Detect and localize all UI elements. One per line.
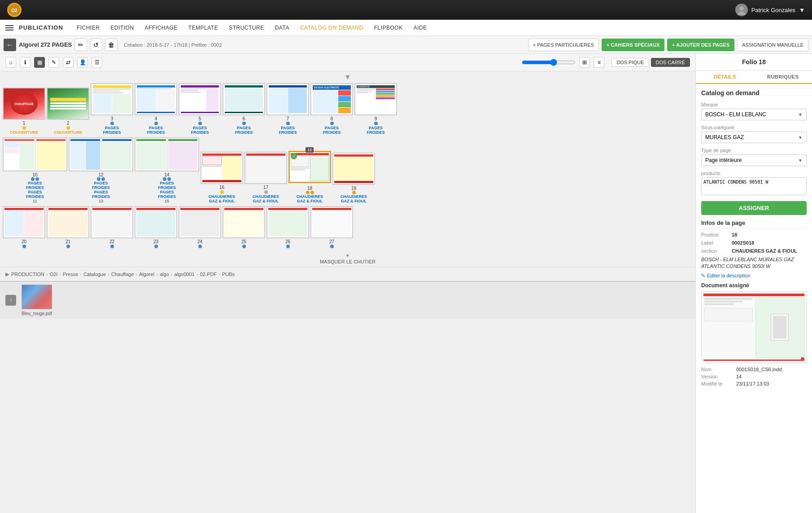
marque-select[interactable]: BOSCH - ELM LEBLANC ▼ <box>701 109 807 120</box>
page-cell-27[interactable]: 27 <box>310 206 353 249</box>
page-cell-17[interactable]: 17 CHAUDIERES GAZ & FIOUL <box>244 152 287 203</box>
page-cell-14[interactable]: 14 PAGES FROIDES PAGES FROIDES 15 <box>135 137 199 203</box>
pages-particulieres-button[interactable]: + PAGES PARTICULIÈRES <box>528 39 599 51</box>
page-cell-22[interactable]: 22 <box>91 206 133 249</box>
edit-desc-link[interactable]: ✎ Editer la description <box>701 273 807 279</box>
menu-item-aide[interactable]: AIDE <box>409 22 432 34</box>
doc-version-row: Version 14 <box>701 374 807 379</box>
bc-algorel[interactable]: Algorel <box>139 272 154 277</box>
section-row: section CHAUDIERES GAZ & FIOUL <box>701 248 807 254</box>
doc-name-val: 0001S018_CS6.indd <box>736 367 782 372</box>
type-page-select[interactable]: Page intérieure ▼ <box>701 154 807 166</box>
cahiers-speciaux-button[interactable]: + CAHIERS SPÉCIAUX <box>602 39 664 51</box>
bc-catalogue[interactable]: Catalogue <box>83 272 106 277</box>
user-info[interactable]: Patrick Gonzales ▼ <box>735 4 805 16</box>
page-cell-3[interactable]: 3 PAGES FROIDES <box>91 83 133 135</box>
dos-carre-btn[interactable]: DOS CARRÉ <box>651 58 690 67</box>
bc-o2i[interactable]: O2I <box>50 272 58 277</box>
info-view-icon[interactable]: ℹ <box>20 57 31 68</box>
page-cell-7[interactable]: 7 PAGES FROIDES <box>266 83 309 135</box>
page-cell-6[interactable]: 6 PAGES FROIDES <box>223 83 265 135</box>
collapse-arrow[interactable]: ▼ <box>0 73 695 81</box>
assignation-manuelle-button[interactable]: ASSIGNATION MANUELLE <box>737 39 808 51</box>
grid-icon-btn[interactable]: ⊞ <box>579 57 590 68</box>
breadcrumb-arrow[interactable]: ▶ <box>5 271 9 277</box>
page-cell-26[interactable]: 26 <box>266 206 309 249</box>
menu-item-flipbook[interactable]: FLIPBOOK <box>370 22 407 34</box>
bc-algo0001[interactable]: algo0001 <box>174 272 194 277</box>
sync-view-icon[interactable]: ⇄ <box>63 57 74 68</box>
page-num-8: 8 <box>331 116 333 121</box>
bc-algo[interactable]: algo <box>160 272 169 277</box>
ajouter-pages-button[interactable]: + AJOUTER DES PAGES <box>667 39 734 51</box>
page-label-16: CHAUDIERES GAZ & FIOUL <box>209 194 236 203</box>
page-num-18: 18 <box>307 186 312 191</box>
page-cell-9[interactable]: SOMMAIRE <box>354 83 397 135</box>
tab-rubriques[interactable]: RUBRIQUES <box>754 70 812 83</box>
page-cell-8[interactable]: EN 2018: ELECTRICITÉ <box>310 83 353 135</box>
assigner-button[interactable]: ASSIGNER <box>701 201 807 215</box>
bc-chauffage[interactable]: Chauffage <box>111 272 134 277</box>
bc-presse[interactable]: Presse <box>63 272 78 277</box>
page-cell-10[interactable]: 10 PAGES FROIDES PAGES FROIDES 11 <box>3 137 67 203</box>
menu-item-data[interactable]: DATA <box>271 22 294 34</box>
grid-view-icon[interactable]: ▦ <box>34 57 45 68</box>
menu-item-edition[interactable]: EDITION <box>106 22 138 34</box>
menu-item-template[interactable]: TEMPLATE <box>184 22 223 34</box>
menu-item-structure[interactable]: STRUCTURE <box>224 22 269 34</box>
page-cell-12[interactable]: 12 PAGES FROIDES PAGES FROIDES 13 <box>69 137 133 203</box>
dos-pique-btn[interactable]: DOS PIQUÉ <box>611 58 649 67</box>
menu-item-fichier[interactable]: FICHIER <box>72 22 105 34</box>
bc-02pdf[interactable]: 02-PDF <box>200 272 217 277</box>
assign-view-icon[interactable]: 👤 <box>77 57 88 68</box>
page-cell-19[interactable]: 19 CHAUDIERES GAZ & FIOUL <box>332 153 375 203</box>
tab-details[interactable]: DÉTAILS <box>696 70 754 84</box>
hamburger-icon[interactable] <box>5 25 13 31</box>
page-cell-1[interactable]: CHAUFFAGE 1 COUVERTURE <box>3 88 45 135</box>
zoom-slider[interactable] <box>522 59 576 66</box>
bc-pubs[interactable]: PUBs <box>222 272 235 277</box>
edit-view-icon[interactable]: ✎ <box>48 57 59 68</box>
home-view-icon[interactable]: ⌂ <box>5 57 16 68</box>
page-num-6: 6 <box>243 116 245 121</box>
page-cell-4[interactable]: 4 PAGES FROIDES <box>135 83 177 135</box>
doc-name-key: Nom <box>701 367 733 372</box>
menu-item-affichage[interactable]: AFFICHAGE <box>140 22 182 34</box>
back-button[interactable]: ← <box>4 39 16 51</box>
position-key: Position <box>701 232 728 237</box>
edit-icon-btn[interactable]: ✏ <box>74 39 87 51</box>
menu-item-catalog[interactable]: CATALOG ON DEMAND <box>296 22 368 34</box>
page-cell-23[interactable]: 23 <box>135 206 177 249</box>
page-cell-2[interactable]: 2 COUVERTURE <box>47 88 89 135</box>
page-cell-24[interactable]: 24 <box>179 206 221 249</box>
doc-modified-row: Modifié le 23/11/17 13:03 <box>701 381 807 386</box>
type-page-value: Page intérieure <box>705 157 742 163</box>
dropdown-arrow[interactable]: ▼ <box>799 7 805 13</box>
main-container: ⌂ ℹ ▦ ✎ ⇄ 👤 ☰ ⊞ ≡ DOS PIQUÉ DOS CARRÉ ▼ <box>0 54 812 513</box>
sous-categorie-select[interactable]: MURALES GAZ ▼ <box>701 132 807 143</box>
page-cell-25[interactable]: 25 <box>223 206 265 249</box>
refresh-icon-btn[interactable]: ↺ <box>90 39 102 51</box>
bc-production[interactable]: PRODUCTION <box>11 272 44 277</box>
marque-field-row: Marque BOSCH - ELM LEBLANC ▼ <box>701 102 807 120</box>
delete-icon-btn[interactable]: 🗑 <box>105 39 118 51</box>
breadcrumb: ▶ PRODUCTION › O2I › Presse › Catalogue … <box>0 267 695 281</box>
page-cell-5[interactable]: 5 PAGES FROIDES <box>179 83 221 135</box>
masquer-toggle[interactable]: ▼ MASQUER LE CHUTIER <box>0 252 695 265</box>
sous-categorie-value: MURALES GAZ <box>705 134 744 140</box>
page-label-8: PAGES FROIDES <box>323 126 341 135</box>
page-cell-16[interactable]: 16 CHAUDIERES GAZ & FIOUL <box>201 152 243 203</box>
upload-icon[interactable]: ↑ <box>5 295 16 306</box>
chutier-item[interactable]: Bleu_rouge.pdf <box>22 285 52 316</box>
list-icon-btn[interactable]: ≡ <box>594 57 604 68</box>
products-textarea[interactable]: ATLANTIC CONDENS 9050I W <box>701 177 807 195</box>
pages-scroll[interactable]: CHAUFFAGE 1 COUVERTURE <box>0 83 695 513</box>
sous-categorie-label: Sous-catégorie <box>701 125 807 130</box>
list-view-icon[interactable]: ☰ <box>92 57 102 68</box>
page-cell-20[interactable]: 20 <box>3 206 45 249</box>
pages-row-2: 10 PAGES FROIDES PAGES FROIDES 11 <box>0 137 695 203</box>
section-val: CHAUDIERES GAZ & FIOUL <box>732 248 797 254</box>
page-cell-18[interactable]: ✓ 18 18 CHAUDIERES GAZ & FIOUL <box>288 151 331 203</box>
sous-categorie-arrow: ▼ <box>798 135 803 140</box>
page-cell-21[interactable]: 21 <box>47 206 89 249</box>
